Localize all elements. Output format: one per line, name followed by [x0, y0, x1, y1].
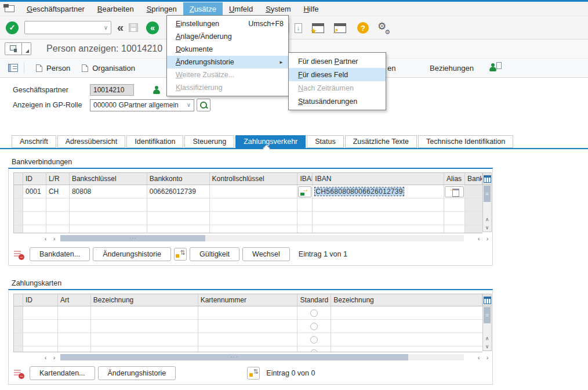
menu-umfeld[interactable]: Umfeld [223, 2, 259, 16]
col-standard[interactable]: Standard [297, 294, 331, 306]
submenu-item-statusaenderungen[interactable]: Statusänderungen [289, 95, 386, 108]
enter-button[interactable]: ✓ [6, 21, 19, 34]
switch-partner-icon[interactable] [489, 63, 502, 73]
col-bezeichnung-2[interactable]: Bezeichnung [331, 294, 482, 306]
row-selector[interactable] [14, 306, 23, 320]
row-selector[interactable] [14, 346, 23, 352]
scroll-left-icon[interactable]: ‹ [41, 353, 50, 361]
help-icon[interactable]: ? [357, 22, 369, 34]
cell-bankschluessel[interactable]: 80808 [70, 185, 147, 198]
scroll-down-icon[interactable]: ∨ [483, 223, 491, 232]
col-id[interactable]: ID [23, 294, 58, 306]
cell-bankkonto[interactable]: 006626012739 [147, 185, 210, 198]
create-person-button[interactable]: Person [30, 62, 76, 75]
horizontal-scroll-thumb[interactable]: ··· [60, 235, 205, 241]
previous-page-icon[interactable]: « [117, 21, 122, 34]
scroll-left-icon[interactable]: ‹ [41, 234, 50, 242]
col-alias[interactable]: Alias [444, 173, 465, 185]
row-selector[interactable] [14, 212, 23, 225]
alias-button[interactable] [445, 186, 464, 197]
cell-kontrollschluessel[interactable] [210, 185, 298, 198]
download-icon[interactable]: ↓ [295, 23, 302, 33]
col-id[interactable]: ID [23, 173, 46, 185]
col-kontrollschluessel[interactable]: Kontrollschlüssel [210, 173, 298, 185]
tab-status[interactable]: Status [307, 135, 343, 148]
menu-zusaetze[interactable]: Zusätze [183, 2, 223, 16]
table-settings-button[interactable] [483, 173, 491, 185]
cell-iban[interactable]: CH5680808006626012739 [313, 185, 444, 198]
menu-hilfe[interactable]: Hilfe [297, 2, 325, 16]
menu-item-anlage-aenderung[interactable]: Anlage/Änderung [167, 30, 288, 43]
bank-aenderungshistorie-button[interactable]: Änderungshistorie [93, 247, 171, 261]
scroll-left-icon[interactable]: ‹ [474, 353, 483, 361]
wechsel-button[interactable]: Wechsel [242, 247, 290, 261]
beziehungen-button[interactable]: Beziehungen [424, 62, 480, 75]
scroll-down-icon[interactable]: ∨ [483, 342, 491, 351]
new-session-icon[interactable]: ★ [312, 23, 324, 33]
kartendaten-button[interactable]: Kartendaten... [30, 366, 95, 380]
scroll-right-icon[interactable]: › [483, 234, 492, 242]
menu-geschaeftspartner[interactable]: Geschäftspartner [20, 2, 91, 16]
tab-identifikation[interactable]: Identifikation [126, 135, 183, 148]
gueltigkeit-button[interactable]: Gültigkeit [190, 247, 239, 261]
horizontal-scroll-track[interactable]: ··· [60, 235, 464, 241]
tab-zusaetzliche-texte[interactable]: Zusätzliche Texte [345, 135, 417, 148]
vertical-scroll-track[interactable] [483, 324, 491, 334]
row-selector[interactable] [14, 320, 23, 333]
tab-technische-identifikation[interactable]: Technische Identifikation [418, 135, 513, 148]
tab-steuerung[interactable]: Steuerung [184, 135, 234, 148]
menu-item-dokumente[interactable]: Dokumente [167, 43, 288, 56]
horizontal-scroll-track[interactable]: ··· [60, 354, 464, 360]
command-field[interactable]: ∨ [24, 21, 111, 34]
create-organisation-button[interactable]: Organisation [76, 62, 141, 75]
tab-zahlungsverkehr[interactable]: Zahlungsverkehr [235, 135, 306, 148]
standard-radio[interactable] [310, 349, 318, 352]
gui-services-button[interactable] [5, 42, 22, 55]
col-bezeichnung[interactable]: Bezeichnung [91, 294, 198, 306]
scroll-left-icon[interactable]: ‹ [474, 234, 483, 242]
create-shortcut-icon[interactable]: ↗ [334, 23, 346, 33]
menu-system[interactable]: System [259, 2, 297, 16]
window-menu-icon[interactable] [5, 5, 14, 12]
vertical-scroll-track[interactable] [483, 203, 491, 215]
role-detail-button[interactable] [197, 99, 210, 111]
services-dropdown-button[interactable] [22, 42, 31, 55]
partner-number-field[interactable]: 10014210 [90, 84, 134, 96]
cell-lr[interactable]: CH [46, 185, 70, 198]
row-selector[interactable] [14, 198, 23, 212]
select-all-cell[interactable] [14, 294, 23, 306]
col-iban-button[interactable]: IBAN [297, 173, 313, 185]
role-select[interactable]: 000000 GPartner allgemein ∨ [90, 99, 194, 111]
move-entry-button[interactable] [247, 367, 260, 380]
tab-anschrift[interactable]: Anschrift [12, 135, 56, 148]
menu-item-aenderungshistorie[interactable]: Änderungshistorie ► [167, 56, 288, 68]
menu-springen[interactable]: Springen [140, 2, 183, 16]
vertical-scroll-thumb[interactable]: ≡ [484, 186, 491, 202]
col-kartennummer[interactable]: Kartennummer [198, 294, 298, 306]
back-button[interactable]: « [146, 21, 159, 34]
iban-expand-button[interactable] [298, 186, 311, 197]
col-bankschluessel[interactable]: Bankschlüssel [70, 173, 147, 185]
delete-card-row-icon[interactable] [13, 369, 24, 378]
standard-radio[interactable] [310, 309, 318, 317]
submenu-item-fuer-dieses-feld[interactable]: Für dieses Feld [289, 68, 386, 81]
col-lr[interactable]: L/R [46, 173, 70, 185]
bankdaten-button[interactable]: Bankdaten... [30, 247, 90, 261]
scroll-right-icon[interactable]: › [483, 353, 492, 361]
card-aenderungshistorie-button[interactable]: Änderungshistorie [98, 366, 176, 380]
standard-radio[interactable] [310, 323, 318, 330]
delete-bank-row-icon[interactable] [13, 250, 24, 259]
horizontal-scroll-thumb[interactable]: ··· [60, 354, 408, 360]
chevron-down-icon[interactable]: ∨ [187, 102, 191, 108]
cell-id[interactable]: 0001 [23, 185, 46, 198]
move-entry-button[interactable] [174, 248, 187, 261]
col-iban[interactable]: IBAN [313, 173, 444, 185]
col-art[interactable]: Art [58, 294, 91, 306]
tab-adressuebersicht[interactable]: Adressübersicht [57, 135, 126, 148]
menu-bearbeiten[interactable]: Bearbeiten [91, 2, 140, 16]
scroll-up-icon[interactable]: ∧ [483, 215, 491, 223]
scroll-up-icon[interactable]: ∧ [483, 334, 491, 342]
scroll-right-icon[interactable]: › [50, 234, 59, 242]
chevron-down-icon[interactable]: ∨ [104, 25, 108, 31]
select-all-cell[interactable] [14, 173, 23, 185]
